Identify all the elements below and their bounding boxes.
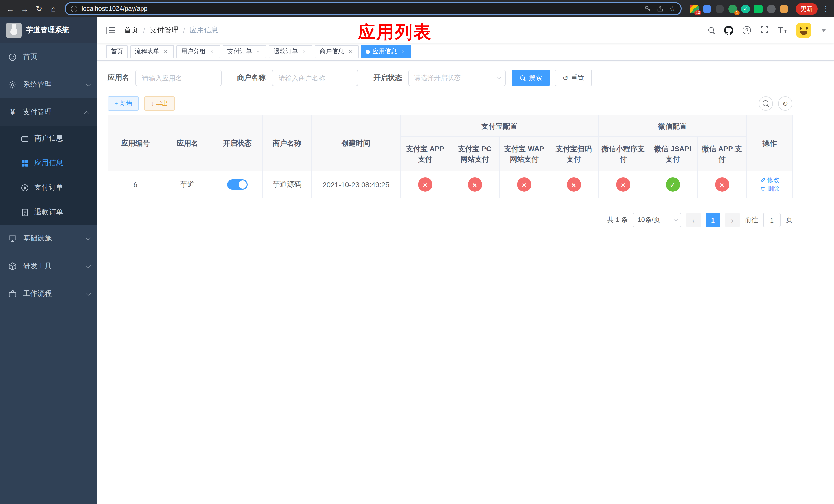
close-icon[interactable]: × <box>208 48 215 55</box>
user-avatar[interactable] <box>796 23 811 38</box>
app-title: 芋道管理系统 <box>26 26 69 35</box>
browser-menu-icon[interactable]: ⋮ <box>822 5 830 13</box>
close-icon[interactable]: × <box>399 48 407 55</box>
address-bar[interactable]: i localhost:1024/pay/app ☆ <box>65 2 682 15</box>
cube-icon <box>8 262 17 271</box>
pagination: 共 1 条 10条/页 ‹ 1 › 前往 页 <box>108 213 792 227</box>
reload-button[interactable]: ↻ <box>33 3 45 15</box>
status-toggle[interactable] <box>227 180 247 190</box>
breadcrumb-home[interactable]: 首页 <box>124 26 138 35</box>
tab-merchant-info[interactable]: 商户信息 × <box>315 45 358 58</box>
extension-icon-2[interactable] <box>703 4 711 13</box>
page-size-select[interactable]: 10条/页 <box>633 213 681 227</box>
font-size-large: T <box>778 26 783 35</box>
sidebar-item-pay-order[interactable]: 支付订单 <box>0 175 97 200</box>
home-button[interactable]: ⌂ <box>47 3 60 15</box>
breadcrumb: 首页 / 支付管理 / 应用信息 <box>124 26 219 35</box>
extension-icon-8[interactable] <box>780 4 788 13</box>
chrome-update-button[interactable]: 更新 <box>795 3 818 15</box>
help-icon[interactable]: ? <box>743 26 751 35</box>
page-size-value: 10条/页 <box>638 215 660 225</box>
sidebar-item-label: 首页 <box>23 52 38 62</box>
sidebar-item-label: 系统管理 <box>23 80 52 89</box>
close-icon[interactable]: × <box>301 48 308 55</box>
col-merchant: 商户名称 <box>262 115 312 171</box>
page-number-1[interactable]: 1 <box>706 213 720 227</box>
extension-icon-3[interactable] <box>716 4 724 13</box>
fullscreen-icon[interactable] <box>760 25 769 36</box>
sidebar-item-payment[interactable]: ¥ 支付管理 <box>0 98 97 126</box>
col-created: 创建时间 <box>312 115 400 171</box>
sidebar-item-workflow[interactable]: 工作流程 <box>0 280 97 307</box>
bookmark-star-icon[interactable]: ☆ <box>669 5 676 13</box>
share-icon[interactable] <box>657 5 664 12</box>
edit-link[interactable]: 修改 <box>760 176 780 185</box>
close-icon[interactable]: × <box>255 48 262 55</box>
app-logo-row[interactable]: 芋道管理系统 <box>0 18 97 43</box>
tab-process-form[interactable]: 流程表单 × <box>130 45 174 58</box>
chevron-up-icon <box>84 111 89 116</box>
sidebar-item-refund-order[interactable]: 退款订单 <box>0 200 97 225</box>
delete-link[interactable]: 删除 <box>760 185 780 193</box>
reset-button[interactable]: ↺ 重置 <box>555 70 592 86</box>
search-button-label: 搜索 <box>529 73 542 83</box>
page-content: 应用名 商户名称 开启状态 请选择开启状态 搜索 <box>97 61 834 227</box>
merchant-name-input[interactable] <box>272 70 358 86</box>
site-info-icon[interactable]: i <box>71 5 78 12</box>
github-icon[interactable] <box>724 26 733 35</box>
refresh-button[interactable]: ↻ <box>778 96 792 111</box>
font-size-icon[interactable]: TT <box>778 26 787 35</box>
status-fail-icon: × <box>517 177 531 192</box>
total-count: 共 1 条 <box>607 215 628 225</box>
password-key-icon[interactable] <box>644 5 652 12</box>
close-icon[interactable]: × <box>347 48 354 55</box>
close-icon[interactable]: × <box>162 48 169 55</box>
sidebar-item-merchant-info[interactable]: 商户信息 <box>0 126 97 151</box>
monitor-icon <box>8 234 17 243</box>
status-fail-icon: × <box>616 177 630 192</box>
status-fail-icon: × <box>467 177 482 192</box>
sidebar-item-home[interactable]: 首页 <box>0 43 97 71</box>
tab-home[interactable]: 首页 <box>106 45 128 58</box>
extension-icon-5[interactable]: ✓ <box>741 4 750 13</box>
extension-icon-4[interactable]: 1 <box>728 4 737 13</box>
breadcrumb-payment[interactable]: 支付管理 <box>150 26 178 35</box>
sidebar-item-infrastructure[interactable]: 基础设施 <box>0 225 97 252</box>
sidebar-item-label: 商户信息 <box>35 134 63 143</box>
avatar-caret-icon[interactable] <box>822 29 826 31</box>
goto-page-input[interactable] <box>763 213 781 227</box>
edit-link-label: 修改 <box>767 176 780 185</box>
tab-user-group[interactable]: 用户分组 × <box>176 45 220 58</box>
tab-pay-order[interactable]: 支付订单 × <box>223 45 266 58</box>
tab-app-info[interactable]: 应用信息 × <box>361 45 411 58</box>
browser-window: ← → ↻ ⌂ i localhost:1024/pay/app ☆ 10 1 … <box>0 0 834 504</box>
status-select[interactable]: 请选择开启状态 <box>408 70 506 86</box>
app-table: 应用编号 应用名 开启状态 商户名称 创建时间 支付宝配置 微信配置 操作 支付… <box>108 115 793 199</box>
sidebar-item-app-info[interactable]: 应用信息 <box>0 151 97 175</box>
forward-button[interactable]: → <box>19 3 31 15</box>
extension-icon-6[interactable] <box>754 4 763 13</box>
sidebar-item-label: 工作流程 <box>23 289 52 298</box>
sidebar-item-devtools[interactable]: 研发工具 <box>0 252 97 280</box>
browser-chrome: ← → ↻ ⌂ i localhost:1024/pay/app ☆ 10 1 … <box>0 0 834 18</box>
tab-refund-order[interactable]: 退款订单 × <box>269 45 312 58</box>
sidebar-item-label: 退款订单 <box>35 208 63 217</box>
add-button[interactable]: + 新增 <box>108 96 139 111</box>
col-alipay-wap: 支付宝 WAP 网站支付 <box>499 137 549 171</box>
app-name-input[interactable] <box>135 70 222 86</box>
export-button-label: 导出 <box>156 99 168 108</box>
search-icon[interactable] <box>708 27 715 33</box>
extension-badge: 10 <box>695 10 701 15</box>
export-button[interactable]: ↓ 导出 <box>144 96 175 111</box>
breadcrumb-current: 应用信息 <box>190 26 219 35</box>
next-page-button[interactable]: › <box>725 213 740 227</box>
search-button[interactable]: 搜索 <box>512 70 550 86</box>
grid-icon <box>21 159 29 167</box>
back-button[interactable]: ← <box>4 3 16 15</box>
sidebar-item-system[interactable]: 系统管理 <box>0 71 97 98</box>
toggle-search-button[interactable] <box>759 96 773 111</box>
extension-icon-7[interactable] <box>767 4 775 13</box>
prev-page-button[interactable]: ‹ <box>686 213 701 227</box>
extension-icon-1[interactable]: 10 <box>690 4 699 13</box>
collapse-sidebar-icon[interactable] <box>106 25 116 36</box>
